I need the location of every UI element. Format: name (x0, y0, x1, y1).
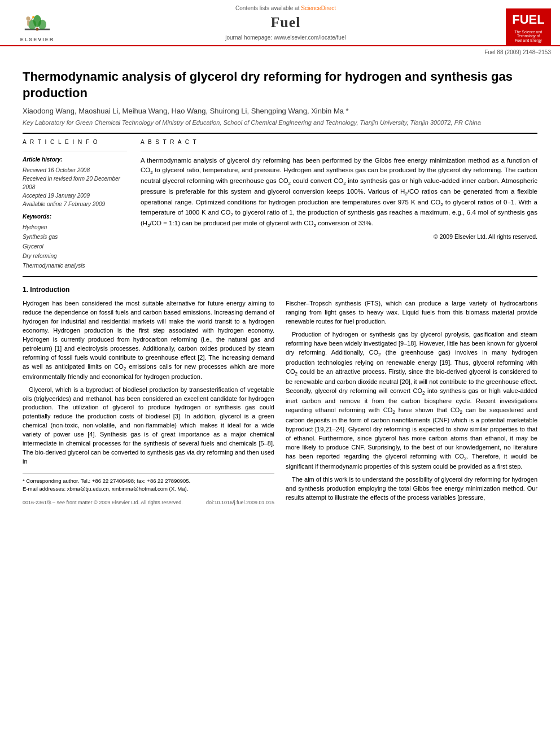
available-online-date: Available online 7 February 2009 (23, 200, 127, 208)
bottom-abstract-divider (23, 276, 537, 277)
abstract-divider (141, 151, 537, 151)
intro-section-title: 1. Introduction (23, 285, 537, 295)
article-citation: Fuel 88 (2009) 2148–2153 (0, 46, 560, 56)
intro-para-2: Glycerol, which is a byproduct of biodie… (23, 386, 274, 466)
accepted-date: Accepted 19 January 2009 (23, 191, 127, 200)
elsevier-brand-text: ELSEVIER (20, 36, 55, 43)
svg-rect-6 (27, 21, 29, 26)
keyword-thermodynamic: Thermodynamic analysis (23, 261, 127, 270)
journal-center-header: Contents lists available at ScienceDirec… (71, 5, 500, 45)
footnote-email: E-mail addresses: xbma@tju.edu.cn, xinbi… (23, 485, 274, 493)
affiliation: Key Laboratory for Green Chemical Techno… (23, 119, 537, 127)
keyword-dry-reforming: Dry reforming (23, 251, 127, 261)
abstract-col: A B S T R A C T A thermodynamic analysis… (141, 138, 537, 270)
fuel-journal-logo: FUEL The Science and Technology ofFuel a… (506, 8, 551, 45)
journal-name: Fuel (71, 12, 500, 33)
science-direct-link[interactable]: ScienceDirect (301, 5, 336, 11)
intro-left-col: Hydrogen has been considered the most su… (23, 299, 274, 506)
copyright-notice: © 2009 Elsevier Ltd. All rights reserved… (141, 233, 537, 241)
history-label: Article history: (23, 156, 127, 164)
science-direct-label: Contents lists available at ScienceDirec… (71, 5, 500, 12)
svg-point-3 (38, 20, 46, 30)
fuel-logo-text: FUEL (512, 11, 544, 29)
keyword-synthesis-gas: Synthesis gas (23, 232, 127, 242)
copyright-bottom: 0016-2361/$ – see front matter © 2009 El… (23, 499, 183, 506)
top-divider (23, 133, 537, 134)
authors-line: Xiaodong Wang, Maoshuai Li, Meihua Wang,… (23, 106, 537, 116)
info-divider (23, 151, 127, 151)
intro-para-1: Hydrogen has been considered the most su… (23, 299, 274, 382)
intro-body-columns: Hydrogen has been considered the most su… (23, 299, 537, 506)
journal-header: ELSEVIER Contents lists available at Sci… (0, 0, 560, 46)
abstract-heading: A B S T R A C T (141, 138, 537, 146)
introduction-section: 1. Introduction Hydrogen has been consid… (23, 285, 537, 506)
intro-right-para-2: Production of hydrogen or synthesis gas … (286, 330, 537, 471)
intro-right-col: Fischer–Tropsch synthesis (FTS), which c… (286, 299, 537, 506)
info-abstract-section: A R T I C L E I N F O Article history: R… (23, 138, 537, 270)
svg-point-5 (26, 16, 30, 20)
main-content: Thermodynamic analysis of glycerol dry r… (0, 56, 560, 517)
abstract-text: A thermodynamic analysis of glycerol dry… (141, 156, 537, 229)
received-date: Received 16 October 2008 (23, 166, 127, 174)
keyword-hydrogen: Hydrogen (23, 222, 127, 232)
paper-title: Thermodynamic analysis of glycerol dry r… (23, 69, 537, 101)
intro-right-para-3: The aim of this work is to understand th… (286, 475, 537, 503)
keywords-label: Keywords: (23, 213, 127, 221)
received-revised-date: Received in revised form 20 December 200… (23, 174, 127, 191)
article-info-heading: A R T I C L E I N F O (23, 138, 127, 146)
elsevier-tree-icon (20, 14, 54, 36)
svg-rect-4 (36, 28, 38, 30)
footnote-corresponding: * Corresponding author. Tel.: +86 22 274… (23, 477, 274, 485)
journal-homepage: journal homepage: www.elsevier.com/locat… (71, 34, 500, 42)
bottom-bar: 0016-2361/$ – see front matter © 2009 El… (23, 499, 274, 506)
keyword-glycerol: Glycerol (23, 242, 127, 251)
intro-right-para-1: Fischer–Tropsch synthesis (FTS), which c… (286, 299, 537, 326)
footnote-section: * Corresponding author. Tel.: +86 22 274… (23, 473, 274, 493)
article-info-col: A R T I C L E I N F O Article history: R… (23, 138, 127, 270)
svg-point-8 (32, 16, 34, 19)
elsevier-logo: ELSEVIER (9, 11, 65, 45)
fuel-logo-subtitle: The Science and Technology ofFuel and En… (506, 30, 551, 43)
doi-bottom: doi:10.1016/j.fuel.2009.01.015 (206, 499, 274, 506)
